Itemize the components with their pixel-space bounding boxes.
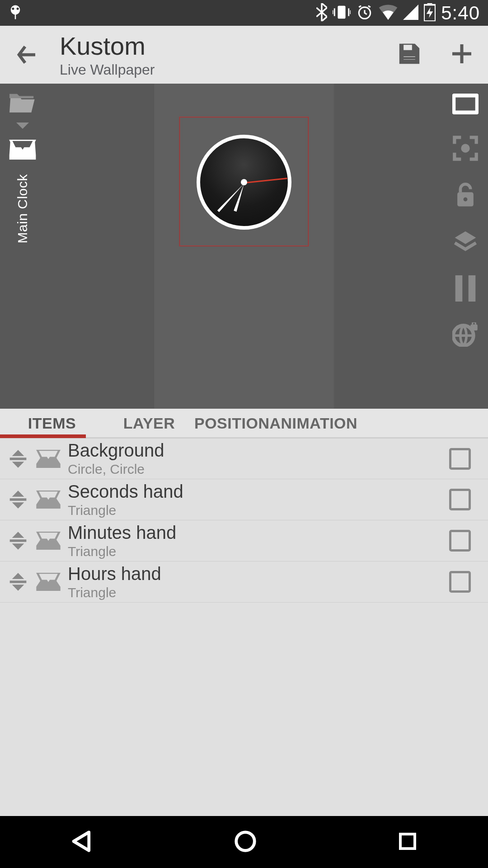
svg-point-0 [11, 5, 20, 14]
svg-rect-25 [10, 498, 27, 501]
focus-button[interactable] [452, 135, 479, 163]
nav-back-button[interactable] [70, 829, 94, 855]
debug-icon [8, 4, 23, 22]
breadcrumb-label[interactable]: Main Clock [15, 174, 30, 243]
item-subtitle: Triangle [68, 544, 449, 559]
minute-hand [217, 183, 245, 212]
android-navbar [0, 816, 488, 868]
second-hand [244, 178, 287, 184]
group-icon [33, 491, 63, 509]
svg-rect-14 [403, 57, 416, 59]
checkbox[interactable] [449, 448, 471, 470]
checkbox[interactable] [449, 489, 471, 510]
svg-rect-21 [469, 275, 476, 302]
svg-point-28 [236, 832, 255, 851]
tab-animation[interactable]: ANIMATION [269, 415, 357, 432]
svg-rect-20 [455, 275, 463, 302]
sort-handle-icon[interactable] [5, 489, 32, 510]
unlock-button[interactable] [455, 182, 476, 210]
chevron-down-icon[interactable] [16, 123, 29, 132]
wallpaper-background [154, 84, 334, 409]
list-item[interactable]: Minutes hand Triangle [0, 520, 488, 561]
checkbox[interactable] [449, 530, 471, 552]
checkbox[interactable] [449, 571, 471, 593]
svg-rect-27 [10, 580, 27, 583]
group-icon [33, 450, 63, 468]
svg-rect-15 [403, 60, 416, 61]
app-bar: Kustom Live Wallpaper [0, 26, 488, 84]
preview-area: Main Clock [0, 84, 488, 409]
svg-rect-23 [470, 325, 478, 330]
tab-position[interactable]: POSITION [194, 415, 269, 432]
wifi-icon [379, 5, 398, 22]
svg-rect-24 [10, 458, 27, 460]
canvas[interactable] [45, 84, 443, 409]
signal-icon [403, 5, 418, 22]
svg-rect-11 [427, 3, 432, 5]
item-title: Seconds hand [68, 481, 449, 502]
list-item[interactable]: Hours hand Triangle [0, 561, 488, 603]
globe-lock-button[interactable] [452, 322, 479, 349]
bluetooth-icon [316, 3, 327, 23]
item-subtitle: Triangle [68, 503, 449, 518]
svg-rect-4 [338, 5, 346, 19]
svg-point-2 [12, 7, 14, 9]
tab-bar: ITEMS LAYER POSITION ANIMATION [0, 409, 488, 438]
clock-widget[interactable] [197, 135, 291, 230]
screen-toggle-button[interactable] [452, 94, 479, 116]
svg-rect-16 [453, 95, 477, 113]
item-subtitle: Circle, Circle [68, 462, 449, 477]
item-subtitle: Triangle [68, 585, 449, 600]
item-title: Hours hand [68, 564, 449, 584]
open-folder-button[interactable] [9, 93, 36, 114]
svg-point-19 [464, 197, 468, 201]
status-time: 5:40 [441, 2, 480, 24]
app-subtitle: Live Wallpaper [60, 61, 397, 78]
layers-button[interactable] [453, 229, 478, 256]
items-list: Background Circle, Circle Seconds hand T… [0, 438, 488, 605]
svg-rect-5 [334, 8, 335, 16]
sort-handle-icon[interactable] [5, 571, 32, 592]
group-icon [33, 532, 63, 550]
add-button[interactable] [449, 41, 474, 68]
svg-point-17 [461, 144, 469, 152]
vibrate-icon [333, 4, 351, 22]
hour-hand [234, 183, 245, 212]
alarm-icon [356, 4, 373, 23]
list-item[interactable]: Seconds hand Triangle [0, 479, 488, 520]
svg-point-3 [17, 7, 19, 9]
pause-button[interactable] [454, 275, 477, 303]
svg-rect-1 [15, 13, 16, 19]
list-item[interactable]: Background Circle, Circle [0, 438, 488, 479]
save-button[interactable] [397, 41, 422, 68]
svg-rect-12 [403, 44, 413, 51]
back-button[interactable] [14, 41, 41, 68]
clock-pivot [241, 179, 247, 185]
right-rail [443, 84, 488, 409]
battery-charging-icon [424, 3, 436, 23]
nav-home-button[interactable] [233, 829, 258, 855]
svg-rect-6 [348, 8, 350, 16]
svg-rect-26 [10, 539, 27, 542]
list-empty-space [0, 605, 488, 816]
android-statusbar: 5:40 [0, 0, 488, 26]
group-icon[interactable] [9, 140, 36, 161]
item-title: Background [68, 440, 449, 461]
svg-rect-29 [400, 834, 415, 849]
group-icon [33, 573, 63, 591]
svg-rect-8 [350, 10, 351, 14]
tab-layer[interactable]: LAYER [104, 415, 194, 432]
left-rail: Main Clock [0, 84, 45, 409]
sort-handle-icon[interactable] [5, 530, 32, 551]
nav-recent-button[interactable] [397, 830, 418, 854]
item-title: Minutes hand [68, 523, 449, 543]
tab-indicator [0, 434, 86, 438]
svg-rect-7 [333, 10, 333, 14]
tab-items[interactable]: ITEMS [0, 415, 104, 432]
sort-handle-icon[interactable] [5, 448, 32, 469]
app-title: Kustom [60, 31, 397, 61]
